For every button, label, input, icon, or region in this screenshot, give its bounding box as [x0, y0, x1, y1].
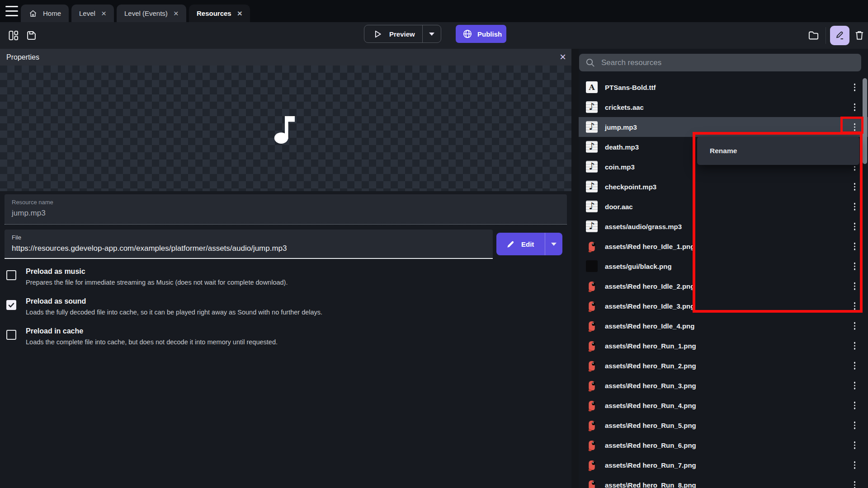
- kebab-menu-icon[interactable]: [852, 479, 858, 488]
- resource-list-item[interactable]: A ♪ assets\Red hero_Run_7.png: [579, 455, 868, 475]
- kebab-menu-icon[interactable]: [852, 221, 858, 232]
- kebab-menu-icon[interactable]: [852, 82, 858, 93]
- hamburger-menu-icon[interactable]: [5, 6, 18, 16]
- context-menu-item[interactable]: Rename: [697, 141, 859, 160]
- tab-bar: Home Level × Level (Events) × Resources …: [0, 0, 868, 22]
- resource-list-item[interactable]: A ♪ assets\Red hero_Idle_2.png: [579, 276, 868, 296]
- kebab-menu-icon[interactable]: [852, 241, 858, 252]
- resource-type-icon: A ♪: [586, 399, 598, 411]
- resource-list-item[interactable]: A ♪ checkpoint.mp3: [579, 177, 868, 197]
- resource-list-item[interactable]: A ♪ assets\Red hero_Run_1.png: [579, 336, 868, 356]
- kebab-menu-icon[interactable]: [852, 400, 858, 411]
- publish-button[interactable]: Publish: [456, 25, 506, 43]
- context-menu-item-label: Rename: [710, 147, 737, 155]
- kebab-menu-icon[interactable]: [852, 420, 858, 431]
- resource-list-item[interactable]: A ♪ PTSans-Bold.ttf: [579, 77, 868, 97]
- sprite-image-icon: [586, 360, 598, 371]
- audio-file-icon: ♪: [586, 141, 598, 153]
- preload-option-description: Prepares the file for immediate streamin…: [26, 279, 288, 286]
- sprite-image-icon: [586, 380, 598, 391]
- kebab-menu-icon[interactable]: [852, 122, 858, 133]
- search-resources-input[interactable]: Search resources: [579, 54, 861, 71]
- scrollbar-thumb[interactable]: [863, 78, 867, 164]
- resource-type-icon: A ♪: [586, 419, 598, 431]
- tabs-container: Home Level × Level (Events) × Resources …: [21, 5, 250, 22]
- resource-list-item[interactable]: A ♪ door.aac: [579, 197, 868, 216]
- resource-list-item[interactable]: A ♪ assets\Red hero_Run_8.png: [579, 475, 868, 488]
- close-icon[interactable]: ×: [560, 50, 566, 64]
- kebab-menu-icon[interactable]: [852, 340, 858, 352]
- resource-list-item[interactable]: A ♪ assets\Red hero_Run_2.png: [579, 356, 868, 375]
- tab-close-icon[interactable]: ×: [174, 9, 179, 18]
- tab-close-icon[interactable]: ×: [101, 9, 106, 18]
- tab-home[interactable]: Home: [21, 5, 69, 22]
- audio-file-icon: ♪: [586, 101, 598, 113]
- kebab-menu-icon[interactable]: [852, 261, 858, 272]
- edit-dropdown-button[interactable]: [545, 233, 562, 255]
- font-file-icon: A: [586, 81, 598, 93]
- resource-name: assets\Red hero_Idle_2.png: [605, 282, 694, 290]
- kebab-menu-icon[interactable]: [852, 281, 858, 292]
- kebab-menu-icon[interactable]: [852, 460, 858, 471]
- preload-option-label: Preload in cache: [26, 326, 278, 336]
- resource-list-item[interactable]: A ♪ assets\Red hero_Run_3.png: [579, 375, 868, 395]
- folder-icon[interactable]: [807, 29, 820, 42]
- sprite-image-icon: [586, 280, 598, 292]
- kebab-menu-icon[interactable]: [852, 360, 858, 371]
- resource-name: assets/audio/grass.mp3: [605, 223, 682, 230]
- resource-list-item[interactable]: A ♪ jump.mp3: [579, 117, 868, 137]
- preview-label: Preview: [389, 30, 415, 38]
- resource-list-item[interactable]: A ♪ assets\Red hero_Idle_1.png: [579, 236, 868, 256]
- resource-list-item[interactable]: A ♪ assets/audio/grass.mp3: [579, 216, 868, 236]
- layout-columns-icon[interactable]: [7, 29, 19, 42]
- resource-name: jump.mp3: [605, 123, 637, 131]
- resource-list-item[interactable]: A ♪ assets/gui/black.png: [579, 256, 868, 276]
- resource-list-item[interactable]: A ♪ assets\Red hero_Run_6.png: [579, 435, 868, 455]
- kebab-menu-icon[interactable]: [852, 320, 858, 332]
- kebab-menu-icon[interactable]: [852, 102, 858, 113]
- tab-level-events-[interactable]: Level (Events) ×: [117, 5, 186, 22]
- kebab-menu-icon[interactable]: [852, 380, 858, 391]
- resource-name-field[interactable]: Resource name jump.mp3: [5, 194, 567, 225]
- resource-name: coin.mp3: [605, 163, 635, 171]
- search-icon: [585, 57, 595, 68]
- checkbox[interactable]: [6, 270, 16, 280]
- resource-list-item[interactable]: A ♪ assets\Red hero_Run_5.png: [579, 415, 868, 435]
- kebab-menu-icon[interactable]: [852, 181, 858, 192]
- tab-close-icon[interactable]: ×: [237, 9, 242, 18]
- kebab-menu-icon[interactable]: [852, 201, 858, 212]
- preview-button-main[interactable]: Preview: [364, 25, 422, 42]
- tab-level[interactable]: Level ×: [71, 5, 114, 22]
- trash-icon[interactable]: [854, 29, 865, 41]
- gdevelop-window: Home Level × Level (Events) × Resources …: [0, 0, 868, 488]
- resource-name: checkpoint.mp3: [605, 183, 656, 191]
- resource-context-menu: Rename: [697, 136, 859, 165]
- kebab-menu-icon[interactable]: [852, 440, 858, 451]
- sprite-image-icon: [586, 439, 598, 451]
- resource-name: death.mp3: [605, 143, 639, 151]
- checkbox[interactable]: [6, 300, 16, 310]
- resource-list-item[interactable]: A ♪ assets\Red hero_Run_4.png: [579, 395, 868, 415]
- resource-list-item[interactable]: A ♪ crickets.aac: [579, 97, 868, 117]
- checkbox[interactable]: [6, 330, 16, 340]
- edit-button-main[interactable]: Edit: [496, 233, 545, 255]
- resource-type-icon: A ♪: [586, 101, 598, 113]
- preview-button[interactable]: Preview: [364, 25, 441, 43]
- resource-type-icon: A ♪: [586, 141, 598, 153]
- resource-type-icon: A ♪: [586, 201, 598, 212]
- file-field[interactable]: File https://resources.gdevelop-app.com/…: [5, 230, 493, 259]
- edit-pencil-icon: [835, 30, 845, 41]
- kebab-menu-icon[interactable]: [852, 300, 858, 312]
- resource-list-item[interactable]: A ♪ assets\Red hero_Idle_4.png: [579, 316, 868, 336]
- resource-name: assets\Red hero_Idle_4.png: [605, 322, 694, 330]
- preload-option-description: Loads the fully decoded file into cache,…: [26, 309, 322, 316]
- save-icon[interactable]: [25, 29, 38, 42]
- tab-resources[interactable]: Resources ×: [189, 5, 250, 22]
- home-icon: [28, 9, 38, 18]
- resource-list-item[interactable]: A ♪ assets\Red hero_Idle_3.png: [579, 296, 868, 316]
- edit-button[interactable]: Edit: [496, 233, 562, 255]
- edit-mode-button[interactable]: [830, 26, 849, 45]
- toolbar-divider: [826, 27, 826, 44]
- resource-type-icon: A ♪: [586, 340, 598, 352]
- preview-dropdown-button[interactable]: [423, 25, 441, 42]
